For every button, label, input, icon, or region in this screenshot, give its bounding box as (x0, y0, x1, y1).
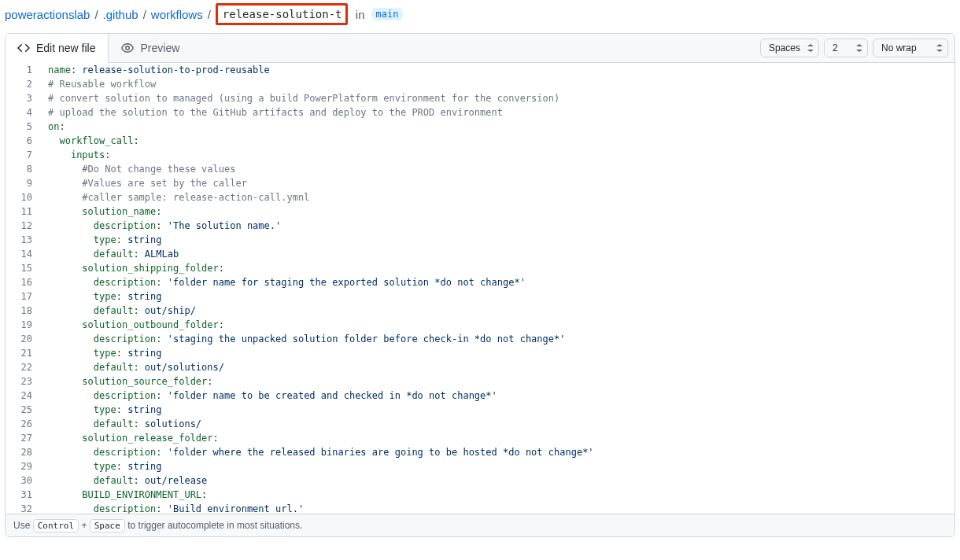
line-number: 28 (6, 445, 40, 459)
code-line[interactable]: 23 solution_source_folder: (6, 374, 954, 389)
code-line[interactable]: 13 type: string (6, 233, 954, 247)
code-line[interactable]: 16 description: 'folder name for staging… (6, 275, 954, 289)
code-content[interactable]: type: string (40, 403, 954, 417)
indent-mode-select[interactable]: Spaces (760, 39, 819, 57)
line-number: 10 (6, 190, 40, 204)
code-content[interactable]: # upload the solution to the GitHub arti… (40, 105, 954, 120)
line-number: 7 (6, 148, 40, 162)
code-content[interactable]: description: 'Build environment url.' (40, 502, 954, 514)
breadcrumb: poweractionslab / .github / workflows / … (0, 0, 960, 33)
wrap-mode-select[interactable]: No wrap (873, 39, 948, 57)
code-line[interactable]: 20 description: 'staging the unpacked so… (6, 332, 954, 346)
line-number: 23 (6, 374, 40, 389)
breadcrumb-separator: / (143, 8, 146, 21)
code-content[interactable]: type: string (40, 459, 954, 473)
line-number: 21 (6, 346, 40, 360)
code-content[interactable]: default: out/solutions/ (40, 360, 954, 374)
code-line[interactable]: 5on: (6, 120, 954, 134)
code-content[interactable]: description: 'The solution name.' (40, 219, 954, 233)
code-line[interactable]: 30 default: out/release (6, 473, 954, 488)
tab-edit-label: Edit new file (36, 42, 95, 54)
code-content[interactable]: default: out/release (40, 473, 954, 488)
code-content[interactable]: description: 'folder name to be created … (40, 389, 954, 403)
code-line[interactable]: 15 solution_shipping_folder: (6, 261, 954, 275)
code-line[interactable]: 25 type: string (6, 403, 954, 417)
code-line[interactable]: 28 description: 'folder where the releas… (6, 445, 954, 459)
code-content[interactable]: name: release-solution-to-prod-reusable (40, 63, 954, 77)
code-content[interactable]: BUILD_ENVIRONMENT_URL: (40, 488, 954, 502)
line-number: 5 (6, 120, 40, 134)
breadcrumb-folder-github[interactable]: .github (103, 8, 138, 21)
code-line[interactable]: 11 solution_name: (6, 204, 954, 219)
code-content[interactable]: workflow_call: (40, 134, 954, 148)
code-line[interactable]: 21 type: string (6, 346, 954, 360)
code-line[interactable]: 4# upload the solution to the GitHub art… (6, 105, 954, 120)
code-line[interactable]: 27 solution_release_folder: (6, 431, 954, 445)
code-content[interactable]: on: (40, 120, 954, 134)
code-content[interactable]: default: solutions/ (40, 417, 954, 431)
autocomplete-hint: Use Control + Space to trigger autocompl… (6, 514, 954, 536)
code-line[interactable]: 32 description: 'Build environment url.' (6, 502, 954, 514)
code-line[interactable]: 19 solution_outbound_folder: (6, 318, 954, 332)
tab-edit-file[interactable]: Edit new file (5, 34, 109, 63)
line-number: 17 (6, 289, 40, 304)
code-line[interactable]: 22 default: out/solutions/ (6, 360, 954, 374)
code-line[interactable]: 7 inputs: (6, 148, 954, 162)
code-content[interactable]: #Values are set by the caller (40, 176, 954, 190)
line-number: 13 (6, 233, 40, 247)
line-number: 29 (6, 459, 40, 473)
line-number: 20 (6, 332, 40, 346)
indent-size-select[interactable]: 2 (824, 39, 868, 57)
code-content[interactable]: # Reusable workflow (40, 77, 954, 91)
code-content[interactable]: type: string (40, 233, 954, 247)
breadcrumb-repo[interactable]: poweractionslab (5, 8, 90, 21)
code-line[interactable]: 2# Reusable workflow (6, 77, 954, 91)
code-content[interactable]: solution_source_folder: (40, 374, 954, 389)
code-content[interactable]: solution_release_folder: (40, 431, 954, 445)
code-line[interactable]: 24 description: 'folder name to be creat… (6, 389, 954, 403)
code-content[interactable]: solution_shipping_folder: (40, 261, 954, 275)
code-content[interactable]: #Do Not change these values (40, 162, 954, 176)
code-content[interactable]: description: 'folder name for staging th… (40, 275, 954, 289)
filename-input[interactable] (216, 3, 348, 25)
code-line[interactable]: 1name: release-solution-to-prod-reusable (6, 63, 954, 77)
code-content[interactable]: type: string (40, 289, 954, 304)
code-line[interactable]: 10 #caller sample: release-action-call.y… (6, 190, 954, 204)
code-line[interactable]: 12 description: 'The solution name.' (6, 219, 954, 233)
line-number: 19 (6, 318, 40, 332)
tabs-row: Edit new file Preview Spaces 2 No wrap (6, 34, 954, 63)
code-line[interactable]: 26 default: solutions/ (6, 417, 954, 431)
code-content[interactable]: type: string (40, 346, 954, 360)
code-content[interactable]: default: out/ship/ (40, 304, 954, 318)
code-line[interactable]: 18 default: out/ship/ (6, 304, 954, 318)
code-line[interactable]: 3# convert solution to managed (using a … (6, 91, 954, 105)
code-content[interactable]: inputs: (40, 148, 954, 162)
code-line[interactable]: 6 workflow_call: (6, 134, 954, 148)
breadcrumb-separator: / (94, 8, 98, 21)
code-content[interactable]: #caller sample: release-action-call.ymnl (40, 190, 954, 204)
code-line[interactable]: 9 #Values are set by the caller (6, 176, 954, 190)
breadcrumb-separator: / (208, 8, 211, 21)
code-content[interactable]: description: 'staging the unpacked solut… (40, 332, 954, 346)
code-content[interactable]: description: 'folder where the released … (40, 445, 954, 459)
breadcrumb-folder-workflows[interactable]: workflows (151, 8, 203, 21)
kbd-space: Space (90, 519, 125, 532)
line-number: 16 (6, 275, 40, 289)
branch-pill[interactable]: main (371, 8, 404, 20)
line-number: 9 (6, 176, 40, 190)
line-number: 1 (6, 63, 40, 77)
code-line[interactable]: 17 type: string (6, 289, 954, 304)
code-line[interactable]: 29 type: string (6, 459, 954, 473)
code-editor[interactable]: 1name: release-solution-to-prod-reusable… (6, 63, 954, 514)
code-content[interactable]: # convert solution to managed (using a b… (40, 91, 954, 105)
line-number: 32 (6, 502, 40, 514)
code-line[interactable]: 14 default: ALMLab (6, 247, 954, 261)
tab-preview[interactable]: Preview (109, 34, 192, 62)
code-line[interactable]: 8 #Do Not change these values (6, 162, 954, 176)
code-content[interactable]: solution_name: (40, 204, 954, 219)
line-number: 25 (6, 403, 40, 417)
line-number: 14 (6, 247, 40, 261)
code-content[interactable]: default: ALMLab (40, 247, 954, 261)
code-line[interactable]: 31 BUILD_ENVIRONMENT_URL: (6, 488, 954, 502)
code-content[interactable]: solution_outbound_folder: (40, 318, 954, 332)
